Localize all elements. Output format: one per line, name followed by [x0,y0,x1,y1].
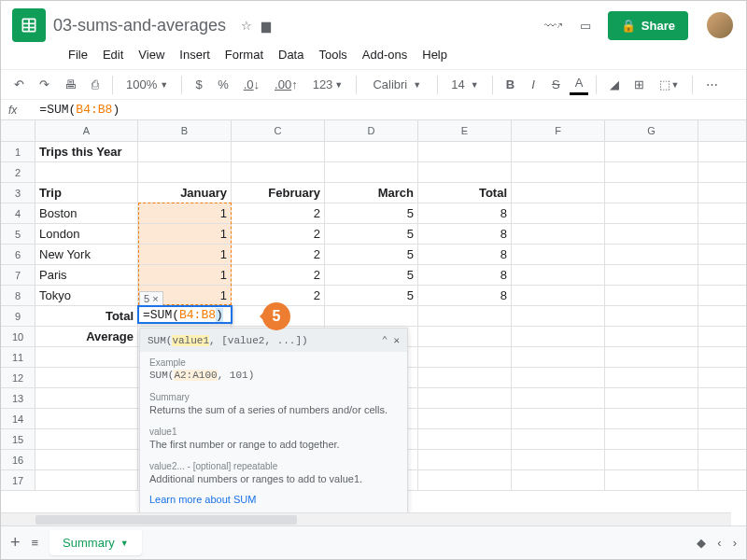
collapse-icon[interactable]: ⌃ [382,334,388,346]
spreadsheet-grid[interactable]: A B C D E F G 1Trips this Year 2 3TripJa… [1,120,746,491]
cell[interactable] [35,409,138,428]
cell[interactable] [605,265,698,285]
col-header-G[interactable]: G [605,120,698,141]
redo-button[interactable]: ↷ [34,74,55,95]
scroll-left-button[interactable]: ‹ [717,536,721,550]
cell[interactable] [605,470,698,490]
cell[interactable]: 8 [418,203,512,223]
cell[interactable] [605,347,698,367]
text-color-button[interactable]: A [570,74,589,95]
cell[interactable]: March [325,183,418,203]
row-header[interactable]: 15 [1,429,35,449]
cell[interactable]: Total [418,183,512,203]
cell[interactable] [35,450,138,469]
strike-button[interactable]: S [546,74,566,95]
cell[interactable] [512,286,605,305]
cell[interactable] [512,306,605,326]
cell[interactable] [418,429,512,449]
cell[interactable]: 8 [418,286,512,305]
currency-button[interactable]: $ [190,74,208,95]
all-sheets-button[interactable]: ≡ [32,536,39,550]
cell[interactable]: 2 [232,203,325,223]
horizontal-scrollbar[interactable] [1,512,731,525]
cell[interactable]: Total [35,306,138,326]
row-header[interactable]: 16 [1,450,35,469]
undo-button[interactable]: ↶ [8,74,30,95]
cell[interactable] [418,450,512,469]
cell[interactable] [418,347,512,367]
cell[interactable]: 8 [418,245,512,264]
cell[interactable] [605,162,698,182]
cell[interactable]: 8 [418,224,512,244]
cell[interactable] [418,368,512,387]
cell[interactable] [512,388,605,408]
cell[interactable] [35,429,138,449]
percent-button[interactable]: % [212,74,234,95]
cell[interactable]: Average [35,327,138,346]
star-icon[interactable]: ☆ [241,19,252,33]
cell[interactable] [512,203,605,223]
trend-icon[interactable]: 〰↗ [544,19,563,33]
col-header-C[interactable]: C [232,120,325,141]
paint-format-button[interactable]: ⎙ [86,74,105,95]
cell[interactable]: February [232,183,325,203]
row-header[interactable]: 4 [1,203,35,223]
cell[interactable] [512,245,605,264]
cell[interactable] [605,224,698,244]
borders-button[interactable]: ⊞ [628,74,650,95]
cell[interactable] [138,142,232,161]
cell[interactable] [232,142,325,161]
print-button[interactable]: 🖶 [59,74,82,95]
learn-more-link[interactable]: Learn more about SUM [140,490,407,512]
cell[interactable] [605,183,698,203]
cell[interactable]: Trip [35,183,138,203]
cell[interactable]: Boston [35,203,138,223]
cell[interactable]: London [35,224,138,244]
cell[interactable] [35,347,138,367]
cell[interactable] [605,409,698,428]
cell[interactable] [512,162,605,182]
font-select[interactable]: Calibri ▼ [364,74,430,95]
row-header[interactable]: 5 [1,224,35,244]
cell[interactable]: 1 [138,224,232,244]
cell[interactable] [35,162,138,182]
cell[interactable] [512,347,605,367]
cell[interactable] [605,286,698,305]
cell[interactable] [418,306,512,326]
cell[interactable] [605,306,698,326]
col-header-F[interactable]: F [512,120,605,141]
select-all-corner[interactable] [1,120,35,141]
cell[interactable] [35,368,138,387]
cell[interactable] [418,142,512,161]
row-header[interactable]: 13 [1,388,35,408]
dec-decrease-button[interactable]: .0↓ [238,74,265,95]
cell[interactable]: 2 [232,224,325,244]
row-header[interactable]: 12 [1,368,35,387]
cell[interactable] [512,183,605,203]
font-size-select[interactable]: 14 ▼ [445,74,484,95]
cell[interactable]: Trips this Year [35,142,138,161]
row-header[interactable]: 11 [1,347,35,367]
fill-color-button[interactable]: ◢ [604,74,625,95]
explore-button[interactable]: ◆ [697,536,706,550]
cell[interactable] [605,429,698,449]
cell[interactable]: 2 [232,265,325,285]
cell[interactable] [138,162,232,182]
sheet-tab-summary[interactable]: Summary ▼ [49,530,142,555]
close-icon[interactable]: ✕ [393,334,400,346]
cell[interactable]: 5 [325,224,418,244]
menu-help[interactable]: Help [416,46,453,63]
cell[interactable] [35,470,138,490]
cell[interactable] [325,142,418,161]
close-icon[interactable]: × [152,293,158,304]
cell[interactable] [512,142,605,161]
cell[interactable] [605,368,698,387]
cell[interactable] [605,142,698,161]
cell[interactable] [512,327,605,346]
dec-increase-button[interactable]: .00↑ [269,74,303,95]
cell[interactable]: 1 [138,203,232,223]
cell[interactable] [605,450,698,469]
menu-addons[interactable]: Add-ons [357,46,413,63]
cell[interactable] [35,388,138,408]
menu-format[interactable]: Format [219,46,269,63]
